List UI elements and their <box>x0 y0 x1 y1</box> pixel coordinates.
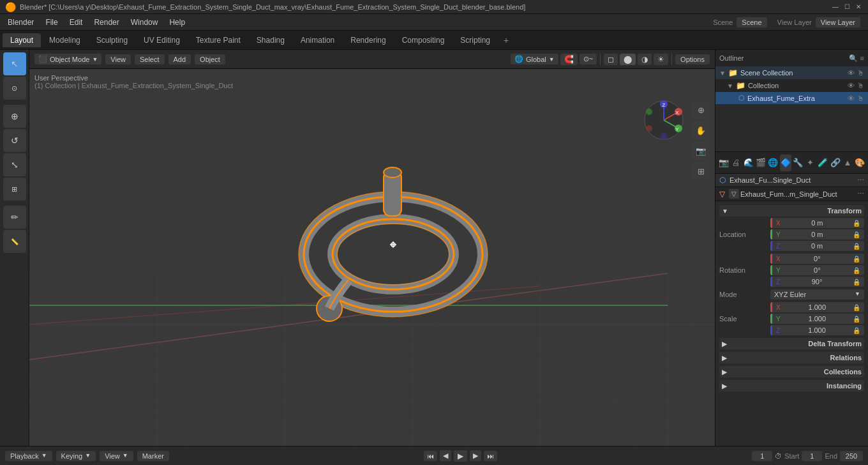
scale-tool-button[interactable]: ⤡ <box>3 153 26 176</box>
prev-frame-button[interactable]: ◀ <box>440 450 451 461</box>
transform-orientation-selector[interactable]: 🌐 Global ▼ <box>511 54 558 65</box>
menu-blender[interactable]: Blender <box>3 17 39 28</box>
jump-end-button[interactable]: ⏭ <box>484 451 497 461</box>
proportional-edit-button[interactable]: ⊙~ <box>580 54 597 65</box>
current-frame-field[interactable]: 1 <box>752 451 772 461</box>
rotate-tool-button[interactable]: ↺ <box>3 129 26 152</box>
scene-selector[interactable]: Scene <box>737 17 767 27</box>
viewport-gizmo[interactable]: X Y Z <box>641 98 686 142</box>
titlebar-controls[interactable]: — ☐ ✕ <box>831 3 863 11</box>
jump-start-button[interactable]: ⏮ <box>424 451 437 461</box>
play-button[interactable]: ▶ <box>454 450 467 462</box>
tab-modeling[interactable]: Modeling <box>41 33 88 47</box>
relations-header[interactable]: ▶ Relations <box>719 352 864 363</box>
menu-window[interactable]: Window <box>126 17 163 28</box>
world-props-icon[interactable]: 🌐 <box>768 155 779 171</box>
location-z-lock-icon[interactable]: 🔒 <box>853 243 860 250</box>
scale-y-lock-icon[interactable]: 🔒 <box>853 316 860 323</box>
outliner-filter-icon[interactable]: ≡ <box>860 54 864 63</box>
tab-layout[interactable]: Layout <box>3 33 41 47</box>
view-layer-props-icon[interactable]: 🌊 <box>743 155 754 171</box>
scale-z-lock-icon[interactable]: 🔒 <box>853 327 860 334</box>
constraints-props-icon[interactable]: 🔗 <box>830 155 841 171</box>
output-props-icon[interactable]: 🖨 <box>730 155 741 171</box>
scene-coll-view-icon[interactable]: 👁 <box>848 69 855 77</box>
tab-uv-editing[interactable]: UV Editing <box>136 33 188 47</box>
collections-header[interactable]: ▶ Collections <box>719 366 864 377</box>
camera-view-button[interactable]: 📷 <box>692 142 710 160</box>
tab-shading[interactable]: Shading <box>249 33 292 47</box>
shading-render-button[interactable]: ☀ <box>654 54 668 65</box>
transform-tool-button[interactable]: ⊞ <box>3 178 26 201</box>
tab-animation[interactable]: Animation <box>293 33 342 47</box>
rotation-z-lock-icon[interactable]: 🔒 <box>853 278 860 286</box>
render-props-icon[interactable]: 📷 <box>718 155 729 171</box>
scale-x-value[interactable]: X 1.000 🔒 <box>770 302 864 312</box>
add-menu-button[interactable]: Add <box>168 54 191 65</box>
mesh-extra-icon[interactable]: ⋯ <box>857 190 864 198</box>
add-workspace-button[interactable]: + <box>498 33 514 48</box>
rotation-z-value[interactable]: Z 90° 🔒 <box>770 277 864 287</box>
rotation-y-lock-icon[interactable]: 🔒 <box>853 267 860 274</box>
object-menu-button[interactable]: Object <box>195 54 225 65</box>
active-object-label[interactable]: Exhaust_Fu...Single_Duct <box>730 176 853 184</box>
instancing-header[interactable]: ▶ Instancing <box>719 380 864 392</box>
location-x-lock-icon[interactable]: 🔒 <box>853 220 860 227</box>
scale-y-value[interactable]: Y 1.000 🔒 <box>770 314 864 324</box>
tab-compositing[interactable]: Compositing <box>394 33 453 47</box>
object-props-icon[interactable]: 🔷 <box>780 155 791 171</box>
measure-tool-button[interactable]: 📏 <box>3 230 26 253</box>
active-mesh-label[interactable]: Exhaust_Fum...m_Single_Duct <box>740 190 837 198</box>
tab-scripting[interactable]: Scripting <box>453 33 498 47</box>
material-props-icon[interactable]: 🎨 <box>855 155 865 171</box>
location-y-value[interactable]: Y 0 m 🔒 <box>770 229 864 240</box>
delta-transform-header[interactable]: ▶ Delta Transform <box>719 338 864 349</box>
playback-menu[interactable]: Playback ▼ <box>5 451 52 461</box>
outliner-search-icon[interactable]: 🔍 <box>849 54 858 63</box>
timeline-view-menu[interactable]: View ▼ <box>100 451 133 461</box>
location-y-lock-icon[interactable]: 🔒 <box>853 231 860 238</box>
tab-rendering[interactable]: Rendering <box>343 33 393 47</box>
shading-material-button[interactable]: ◑ <box>638 54 652 65</box>
next-frame-button[interactable]: ▶ <box>470 450 481 461</box>
rotation-x-value[interactable]: X 0° 🔒 <box>770 254 864 264</box>
options-button[interactable]: Options <box>675 54 710 65</box>
data-props-icon[interactable]: ▲ <box>842 155 853 171</box>
exhaust-view-icon[interactable]: 👁 <box>848 95 855 102</box>
close-button[interactable]: ✕ <box>854 3 863 11</box>
mode-selector[interactable]: ⬛ Object Mode ▼ <box>34 54 101 65</box>
location-x-value[interactable]: X 0 m 🔒 <box>770 218 864 228</box>
menu-file[interactable]: File <box>40 17 63 28</box>
obj-extra-icon[interactable]: ⋯ <box>857 176 864 185</box>
scene-collection-row[interactable]: ▼ 📁 Scene Collection 👁 🖱 <box>715 66 868 79</box>
scale-z-value[interactable]: Z 1.000 🔒 <box>770 325 864 335</box>
scene-grid-button[interactable]: ⊞ <box>692 162 710 180</box>
annotate-tool-button[interactable]: ✏ <box>3 206 26 229</box>
pan-button[interactable]: ✋ <box>692 121 710 139</box>
shading-solid-button[interactable]: ⬤ <box>620 54 636 65</box>
rotation-mode-selector[interactable]: XYZ Euler ▼ <box>770 289 864 300</box>
start-frame-field[interactable]: 1 <box>802 451 822 461</box>
menu-help[interactable]: Help <box>164 17 190 28</box>
rotation-x-lock-icon[interactable]: 🔒 <box>853 255 860 263</box>
menu-edit[interactable]: Edit <box>64 17 88 28</box>
snap-magnet-button[interactable]: 🧲 <box>560 54 578 65</box>
view-layer-selector[interactable]: View Layer <box>816 17 860 27</box>
scene-props-icon[interactable]: 🎬 <box>755 155 766 171</box>
minimize-button[interactable]: — <box>831 3 840 11</box>
exhaust-select-icon[interactable]: 🖱 <box>857 95 864 102</box>
coll-select-icon[interactable]: 🖱 <box>857 82 864 89</box>
mesh-type-icon[interactable]: ▽ <box>729 189 739 199</box>
menu-render[interactable]: Render <box>89 17 124 28</box>
move-tool-button[interactable]: ⊕ <box>3 105 26 128</box>
location-z-value[interactable]: Z 0 m 🔒 <box>770 241 864 251</box>
maximize-button[interactable]: ☐ <box>842 3 851 11</box>
viewport-canvas[interactable]: User Perspective (1) Collection | Exhaus… <box>29 69 715 446</box>
particles-props-icon[interactable]: ✦ <box>805 155 816 171</box>
tab-texture-paint[interactable]: Texture Paint <box>188 33 248 47</box>
shading-wireframe-button[interactable]: ◻ <box>604 54 618 65</box>
tab-sculpting[interactable]: Sculpting <box>89 33 135 47</box>
select-tool-button[interactable]: ↖ <box>3 52 26 75</box>
scene-coll-select-icon[interactable]: 🖱 <box>857 69 864 77</box>
modifier-props-icon[interactable]: 🔧 <box>793 155 804 171</box>
